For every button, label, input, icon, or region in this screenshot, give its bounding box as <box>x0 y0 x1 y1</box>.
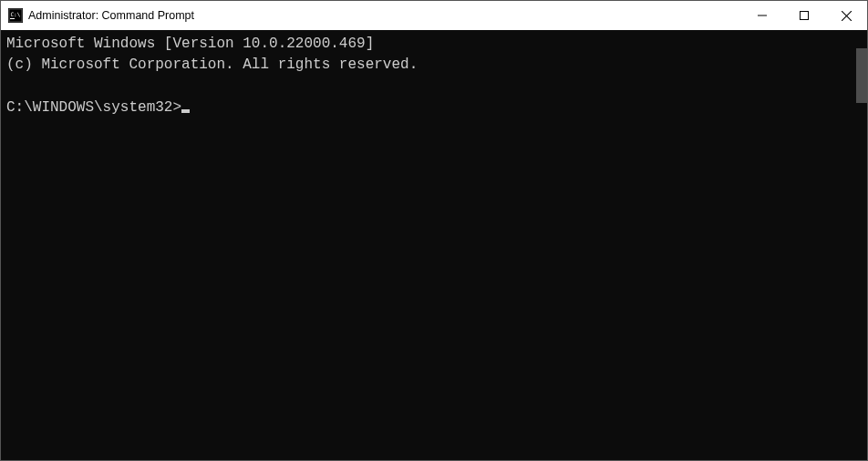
copyright-line: (c) Microsoft Corporation. All rights re… <box>6 56 418 73</box>
version-line: Microsoft Windows [Version 10.0.22000.46… <box>6 36 374 52</box>
cmd-icon: C:\ <box>8 8 23 23</box>
svg-rect-5 <box>801 12 809 20</box>
scrollbar[interactable] <box>852 30 867 460</box>
svg-rect-3 <box>10 18 15 19</box>
cursor-icon <box>181 109 190 113</box>
svg-text:C:\: C:\ <box>11 11 21 17</box>
window-title: Administrator: Command Prompt <box>28 9 741 22</box>
titlebar[interactable]: C:\ Administrator: Command Prompt <box>1 1 867 30</box>
minimize-button[interactable] <box>741 1 783 30</box>
prompt: C:\WINDOWS\system32> <box>6 99 181 116</box>
window-controls <box>741 1 867 30</box>
scrollbar-thumb[interactable] <box>856 48 867 103</box>
close-button[interactable] <box>825 1 867 30</box>
maximize-button[interactable] <box>783 1 825 30</box>
terminal-area[interactable]: Microsoft Windows [Version 10.0.22000.46… <box>1 30 867 460</box>
